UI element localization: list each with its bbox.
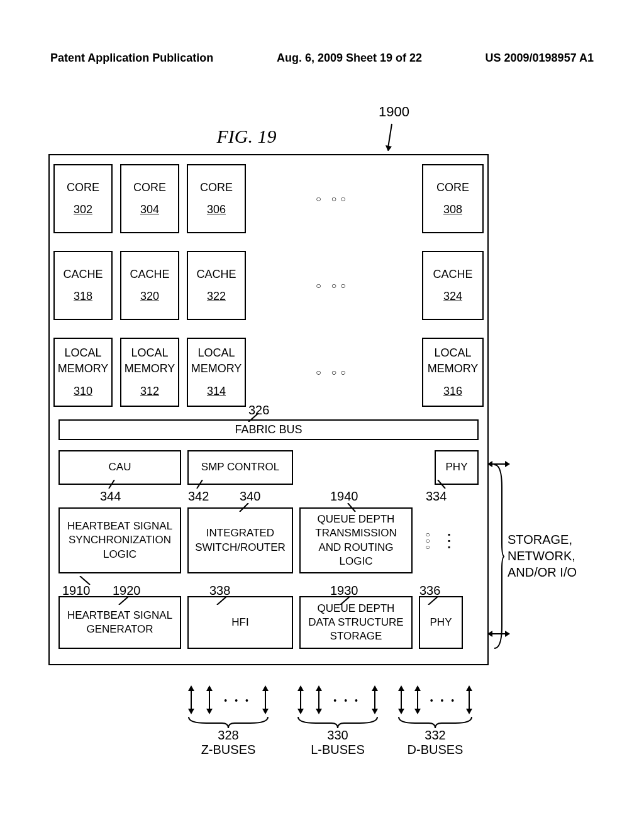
- svg-marker-15: [505, 461, 510, 467]
- localmem-block: LOCAL MEMORY 310: [53, 338, 113, 407]
- svg-line-12: [428, 596, 438, 605]
- localmem-block: LOCAL MEMORY 312: [120, 338, 179, 407]
- svg-marker-20: [188, 685, 194, 691]
- cache-label: CACHE: [55, 267, 111, 282]
- page-header: Patent Application Publication Aug. 6, 2…: [0, 0, 644, 65]
- cache-block: CACHE 320: [120, 251, 179, 320]
- double-vert-arrow-icon: [206, 685, 213, 714]
- lead-line-icon: [427, 596, 441, 605]
- bus-label: L-BUSES: [297, 743, 379, 757]
- lead-line-icon: [108, 480, 121, 489]
- cau-ref: 344: [100, 489, 121, 504]
- cache-block: CACHE 324: [422, 251, 484, 320]
- mem-label: LOCAL MEMORY: [188, 345, 245, 377]
- hb-sync-block: HEARTBEAT SIGNAL SYNCHRONIZATION LOGIC: [58, 507, 181, 573]
- phy-lower-block: PHY: [419, 596, 463, 649]
- lead-line-icon: [339, 596, 353, 605]
- curly-brace-icon: [297, 716, 379, 728]
- lower-region: CAU SMP CONTROL PHY 344 342 334 340 1940: [50, 446, 487, 664]
- mem-ref: 316: [423, 384, 482, 399]
- brace-icon: [492, 462, 504, 651]
- svg-marker-29: [297, 685, 304, 691]
- header-left: Patent Application Publication: [50, 52, 213, 65]
- mem-label: LOCAL MEMORY: [55, 345, 111, 377]
- ellipsis-icon: • • •: [430, 695, 457, 706]
- svg-marker-41: [414, 685, 421, 691]
- lead-line-icon: [79, 576, 92, 585]
- isr-block: INTEGRATED SWITCH/ROUTER: [187, 507, 293, 573]
- figure-title: FIG. 19: [184, 126, 309, 147]
- cache-ref: 322: [188, 289, 245, 304]
- svg-line-10: [217, 596, 227, 605]
- lead-line-icon: [238, 503, 252, 512]
- lead-line-icon: [436, 480, 450, 489]
- svg-marker-39: [398, 709, 404, 714]
- bus-ref: 332: [397, 728, 473, 743]
- svg-marker-38: [398, 685, 404, 691]
- smp-label: SMP CONTROL: [191, 460, 289, 474]
- qdtr-label: QUEUE DEPTH TRANSMISSION AND ROUTING LOG…: [303, 512, 409, 568]
- hfi-label: HFI: [191, 616, 289, 629]
- block-diagram: CORE 302 CORE 304 CORE 306 ○ ○○ CORE 308: [48, 154, 489, 665]
- double-vert-arrow-icon: [262, 685, 269, 714]
- svg-line-0: [388, 124, 392, 148]
- lead-line-icon: [118, 596, 131, 605]
- vertical-ellipsis-icon: ▪▪▪: [443, 507, 455, 573]
- cau-label: CAU: [62, 460, 177, 474]
- svg-marker-42: [414, 709, 421, 714]
- bus-label: Z-BUSES: [187, 743, 269, 757]
- core-label: CORE: [121, 180, 178, 196]
- header-right: US 2009/0198957 A1: [486, 52, 594, 65]
- svg-marker-1: [386, 145, 392, 151]
- double-vert-arrow-icon: [315, 685, 323, 714]
- svg-line-4: [197, 480, 203, 489]
- fabric-label: FABRIC BUS: [235, 423, 302, 436]
- ellipsis-icon: ○ ○○: [250, 329, 416, 416]
- svg-line-8: [80, 576, 90, 585]
- svg-line-11: [340, 596, 350, 605]
- hb-sync-ref: 1910: [62, 584, 91, 598]
- curly-brace-icon: [397, 716, 473, 728]
- svg-marker-32: [316, 685, 322, 691]
- svg-marker-36: [372, 709, 378, 714]
- svg-marker-44: [466, 685, 472, 691]
- core-label: CORE: [55, 180, 111, 196]
- lead-line-icon: [344, 503, 358, 512]
- mem-ref: 314: [188, 384, 245, 399]
- core-ref: 302: [55, 202, 111, 218]
- fabric-bus-block: 326 FABRIC BUS: [58, 419, 479, 440]
- qdds-block: QUEUE DEPTH DATA STRUCTURE STORAGE: [299, 596, 413, 649]
- core-ref: 308: [423, 202, 482, 218]
- phy-lower-label: PHY: [423, 616, 459, 629]
- hfi-block: HFI: [187, 596, 293, 649]
- isr-label: INTEGRATED SWITCH/ROUTER: [191, 526, 289, 554]
- svg-line-6: [240, 503, 248, 512]
- curly-brace-icon: [187, 716, 269, 728]
- cache-label: CACHE: [188, 267, 245, 282]
- bus-ref: 330: [297, 728, 379, 743]
- cache-block: CACHE 318: [53, 251, 113, 320]
- mem-label: LOCAL MEMORY: [423, 345, 482, 377]
- svg-marker-21: [188, 709, 194, 714]
- cache-ref: 318: [55, 289, 111, 304]
- ellipsis-icon: ○ ○○: [250, 155, 416, 242]
- qdtr-ref-upper: 1940: [330, 489, 358, 504]
- double-vert-arrow-icon: [187, 685, 195, 714]
- double-vert-arrow-icon: [465, 685, 473, 714]
- ellipsis-icon: • • •: [224, 695, 250, 706]
- svg-line-2: [248, 413, 258, 422]
- double-vert-arrow-icon: [414, 685, 421, 714]
- svg-line-3: [109, 480, 114, 489]
- qdtr-block: QUEUE DEPTH TRANSMISSION AND ROUTING LOG…: [299, 507, 413, 573]
- smp-ref: 342: [188, 489, 209, 504]
- bus-ref: 328: [187, 728, 269, 743]
- bus-group-d: • • • 332 D-BUSES: [397, 685, 473, 757]
- qdds-label: QUEUE DEPTH DATA STRUCTURE STORAGE: [303, 602, 409, 643]
- overall-reference: 1900: [379, 104, 409, 120]
- svg-marker-35: [372, 685, 378, 691]
- svg-marker-23: [206, 685, 213, 691]
- double-vert-arrow-icon: [397, 685, 405, 714]
- cache-ref: 320: [121, 289, 178, 304]
- bus-label: D-BUSES: [397, 743, 473, 757]
- lower-row-2: HEARTBEAT SIGNAL SYNCHRONIZATION LOGIC I…: [58, 507, 479, 573]
